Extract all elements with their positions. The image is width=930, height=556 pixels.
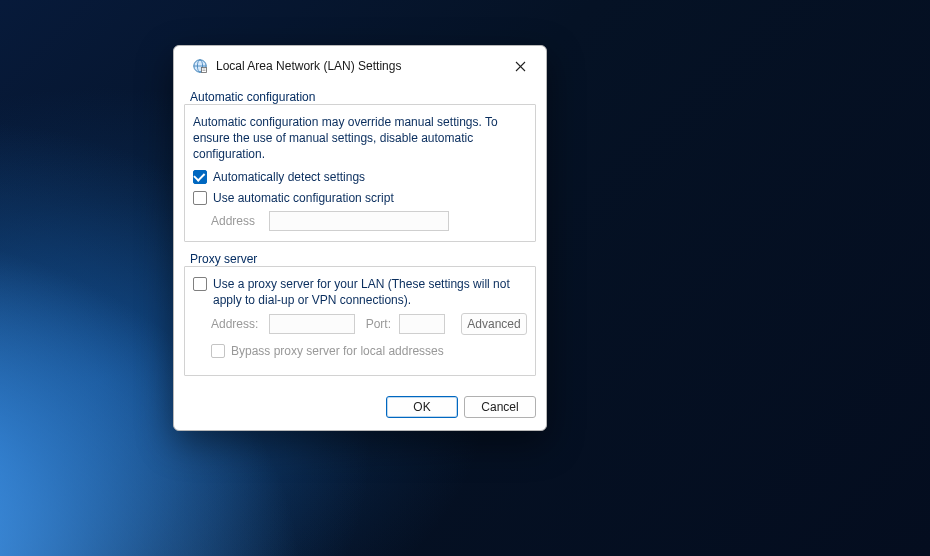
close-icon xyxy=(515,61,526,72)
proxy-group: Use a proxy server for your LAN (These s… xyxy=(184,266,536,376)
cancel-button[interactable]: Cancel xyxy=(464,396,536,418)
bypass-label: Bypass proxy server for local addresses xyxy=(231,343,444,359)
proxy-group-label: Proxy server xyxy=(190,252,257,266)
dialog-titlebar: Local Area Network (LAN) Settings xyxy=(174,46,546,86)
proxy-port-label: Port: xyxy=(363,317,391,331)
lan-settings-dialog: Local Area Network (LAN) Settings Automa… xyxy=(173,45,547,431)
auto-detect-row: Automatically detect settings xyxy=(193,169,527,185)
ok-button[interactable]: OK xyxy=(386,396,458,418)
svg-rect-3 xyxy=(202,68,207,73)
proxy-use-row: Use a proxy server for your LAN (These s… xyxy=(193,276,527,308)
bypass-checkbox xyxy=(211,344,225,358)
auto-script-checkbox[interactable] xyxy=(193,191,207,205)
auto-script-row: Use automatic configuration script xyxy=(193,190,527,206)
dialog-title: Local Area Network (LAN) Settings xyxy=(216,59,504,73)
dialog-body: Automatic configuration Automatic config… xyxy=(174,86,546,386)
dialog-footer: OK Cancel xyxy=(174,386,546,430)
auto-detect-label[interactable]: Automatically detect settings xyxy=(213,169,365,185)
proxy-use-checkbox[interactable] xyxy=(193,277,207,291)
proxy-address-input xyxy=(269,314,355,334)
auto-address-label: Address xyxy=(211,214,261,228)
auto-script-label[interactable]: Use automatic configuration script xyxy=(213,190,394,206)
advanced-button: Advanced xyxy=(461,313,527,335)
auto-detect-checkbox[interactable] xyxy=(193,170,207,184)
auto-address-input xyxy=(269,211,449,231)
bypass-row: Bypass proxy server for local addresses xyxy=(211,343,527,359)
auto-config-description: Automatic configuration may override man… xyxy=(193,114,527,163)
proxy-address-row: Address: Port: Advanced xyxy=(211,313,527,335)
close-button[interactable] xyxy=(504,52,536,80)
proxy-address-label: Address: xyxy=(211,317,261,331)
proxy-use-label[interactable]: Use a proxy server for your LAN (These s… xyxy=(213,276,527,308)
auto-config-group: Automatic configuration may override man… xyxy=(184,104,536,242)
globe-icon xyxy=(192,58,208,74)
auto-config-group-label: Automatic configuration xyxy=(190,90,315,104)
proxy-port-input xyxy=(399,314,445,334)
auto-address-row: Address xyxy=(211,211,527,231)
